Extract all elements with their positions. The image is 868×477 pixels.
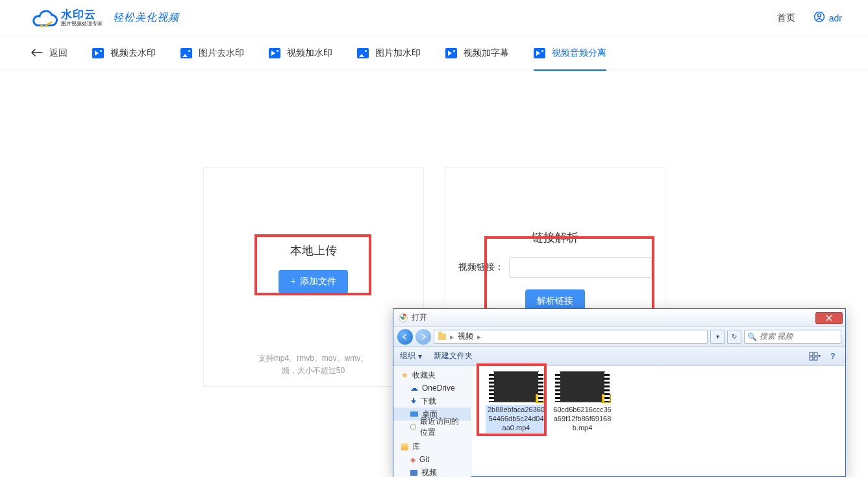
app-header: 水印云 图片视频处理专家 轻松美化视频 首页 adr	[0, 0, 868, 36]
sidebar-favorites[interactable]: ★收藏夹	[393, 369, 471, 382]
breadcrumb-current[interactable]: 视频	[458, 331, 473, 342]
nav-forward-button[interactable]	[415, 329, 431, 345]
logo[interactable]: 水印云 图片视频处理专家	[31, 8, 103, 28]
sidebar-recent[interactable]: 最近访问的位置	[393, 421, 471, 434]
svg-point-2	[817, 14, 821, 17]
link-label: 视频链接：	[458, 262, 504, 273]
tab-video-remove-watermark[interactable]: 视频去水印	[92, 36, 156, 70]
link-title: 链接解析	[458, 230, 652, 245]
refresh-button[interactable]: ↻	[727, 330, 741, 344]
search-input[interactable]: 🔍 搜索 视频	[744, 330, 841, 344]
brand-name: 水印云	[61, 9, 103, 20]
chrome-icon	[399, 313, 408, 323]
file-name: 60cd6b6216ccc36a69f12fb86f69168b.mp4	[552, 405, 613, 433]
video-icon	[269, 48, 280, 58]
video-icon	[445, 48, 457, 58]
upload-card: 本地上传 添加文件 支持mp4、rmvb、mov、wmv、 频，大小不超过50	[203, 167, 424, 387]
tab-image-remove-watermark[interactable]: 图片去水印	[180, 36, 244, 70]
tool-tabs: 返回 视频去水印 图片去水印 视频加水印 图片加水印 视频加字幕 视频音频分离	[0, 36, 868, 70]
file-item[interactable]: 2b88ebfaca2636054466db5c24d04aa0.mp4	[486, 371, 547, 433]
add-file-button[interactable]: 添加文件	[279, 270, 347, 293]
file-list[interactable]: 2b88ebfaca2636054466db5c24d04aa0.mp4 60c…	[471, 366, 845, 477]
dialog-body: ★收藏夹 ☁OneDrive 下载 桌面 最近访问的位置 库 ◈Git 视频 2…	[393, 366, 845, 477]
tab-video-add-watermark[interactable]: 视频加水印	[269, 36, 332, 70]
sidebar-videos[interactable]: 视频	[393, 466, 471, 477]
file-item[interactable]: 60cd6b6216ccc36a69f12fb86f69168b.mp4	[552, 371, 613, 433]
breadcrumb-sep: ▸	[477, 332, 481, 341]
organize-menu[interactable]: 组织 ▾	[400, 350, 422, 361]
video-icon	[534, 48, 545, 58]
help-button[interactable]: ?	[827, 350, 839, 362]
dialog-navbar: ▸ 视频 ▸ ▾ ↻ 🔍 搜索 视频	[393, 327, 845, 347]
user-label: adr	[829, 13, 842, 23]
tab-video-subtitle[interactable]: 视频加字幕	[445, 36, 509, 70]
clock-icon	[410, 424, 416, 430]
video-link-input[interactable]	[509, 257, 652, 278]
dialog-title: 打开	[412, 312, 427, 323]
format-badge	[602, 394, 611, 403]
dialog-sidebar: ★收藏夹 ☁OneDrive 下载 桌面 最近访问的位置 库 ◈Git 视频	[393, 366, 471, 477]
svg-rect-6	[814, 352, 817, 356]
video-icon	[410, 470, 417, 476]
close-button[interactable]	[815, 312, 843, 324]
dialog-command-bar: 组织 ▾ 新建文件夹 ▾ ?	[393, 347, 845, 366]
sidebar-downloads[interactable]: 下载	[393, 395, 471, 408]
desktop-icon	[410, 411, 418, 417]
image-icon	[180, 48, 192, 58]
download-icon	[410, 398, 417, 404]
file-open-dialog: 打开 ▸ 视频 ▸ ▾ ↻ 🔍 搜索 视频 组织 ▾ 新建文件夹	[393, 308, 846, 477]
back-label: 返回	[49, 47, 68, 59]
address-bar[interactable]: ▸ 视频 ▸	[434, 330, 708, 344]
sidebar-git[interactable]: ◈Git	[393, 453, 471, 466]
refresh-button[interactable]: ▾	[710, 330, 725, 344]
tab-video-audio-split[interactable]: 视频音频分离	[534, 36, 606, 70]
tagline: 轻松美化视频	[113, 11, 179, 25]
nav-home[interactable]: 首页	[777, 12, 795, 24]
dialog-titlebar[interactable]: 打开	[393, 309, 845, 327]
video-thumbnail	[560, 371, 605, 402]
back-button[interactable]: 返回	[31, 47, 68, 59]
library-icon	[401, 443, 408, 450]
new-folder-button[interactable]: 新建文件夹	[434, 350, 473, 361]
search-icon: 🔍	[747, 332, 757, 341]
sidebar-onedrive[interactable]: ☁OneDrive	[393, 382, 471, 395]
view-button[interactable]: ▾	[809, 350, 821, 362]
upload-hint: 支持mp4、rmvb、mov、wmv、 频，大小不超过50	[258, 352, 368, 380]
upload-title: 本地上传	[279, 243, 347, 258]
folder-icon	[438, 334, 446, 340]
svg-rect-7	[810, 357, 813, 360]
format-badge	[536, 394, 545, 403]
cloud-icon: ☁	[410, 384, 418, 393]
nav-back-button[interactable]	[397, 329, 413, 345]
sidebar-libraries[interactable]: 库	[393, 440, 471, 453]
svg-point-0	[40, 24, 43, 27]
cloud-icon	[31, 8, 58, 28]
video-icon	[92, 48, 104, 58]
video-thumbnail	[493, 371, 539, 402]
image-icon	[357, 48, 369, 58]
chevron-down-icon: ▾	[418, 352, 422, 361]
git-icon: ◈	[410, 456, 415, 464]
star-icon: ★	[401, 371, 408, 380]
svg-rect-8	[814, 357, 817, 360]
brand-subtitle: 图片视频处理专家	[61, 21, 103, 27]
arrow-left-icon	[31, 48, 43, 58]
user-icon	[813, 11, 825, 25]
file-name: 2b88ebfaca2636054466db5c24d04aa0.mp4	[486, 405, 547, 433]
svg-rect-5	[810, 352, 813, 356]
breadcrumb-sep: ▸	[450, 332, 454, 341]
user-menu[interactable]: adr	[813, 11, 842, 25]
tab-image-add-watermark[interactable]: 图片加水印	[357, 36, 421, 70]
